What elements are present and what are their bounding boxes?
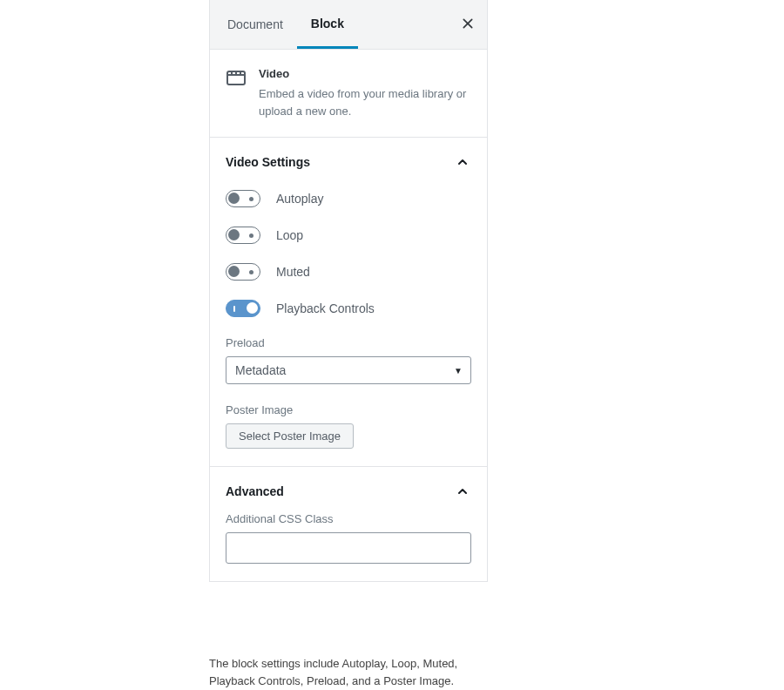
- preload-label: Preload: [226, 336, 471, 349]
- section-title-advanced: Advanced: [226, 484, 284, 498]
- toggle-label-muted: Muted: [276, 265, 310, 279]
- toggle-muted[interactable]: [226, 263, 260, 281]
- section-video-settings: Video Settings Autoplay Loop: [210, 138, 487, 467]
- additional-css-class-label: Additional CSS Class: [226, 512, 471, 525]
- chevron-up-icon: [454, 483, 471, 500]
- toggle-row-muted: Muted: [226, 263, 471, 281]
- video-icon: [226, 67, 247, 88]
- toggle-row-loop: Loop: [226, 227, 471, 244]
- section-advanced: Advanced Additional CSS Class: [210, 467, 487, 581]
- section-header-video[interactable]: Video Settings: [210, 138, 487, 183]
- close-icon: [461, 17, 475, 33]
- caption-text: The block settings include Autoplay, Loo…: [209, 655, 505, 689]
- select-poster-image-button[interactable]: Select Poster Image: [226, 423, 354, 449]
- block-description: Embed a video from your media library or…: [259, 85, 471, 119]
- toggle-label-playback: Playback Controls: [276, 301, 375, 315]
- preload-select-wrap: Metadata ▼: [226, 356, 471, 384]
- toggle-label-autoplay: Autoplay: [276, 192, 323, 206]
- section-title-video: Video Settings: [226, 155, 310, 169]
- block-card: Video Embed a video from your media libr…: [210, 50, 487, 138]
- poster-image-label: Poster Image: [226, 403, 471, 416]
- close-button[interactable]: [457, 14, 478, 35]
- toggle-playback-controls[interactable]: [226, 300, 260, 317]
- block-title: Video: [259, 67, 471, 80]
- toggle-loop[interactable]: [226, 227, 260, 244]
- section-header-advanced[interactable]: Advanced: [210, 467, 487, 512]
- block-settings-panel: Document Block Video Embed a video from …: [209, 0, 488, 582]
- tab-document[interactable]: Document: [210, 2, 297, 47]
- toggle-row-playback: Playback Controls: [226, 300, 471, 317]
- tabs-header: Document Block: [210, 0, 487, 50]
- preload-select[interactable]: Metadata: [226, 356, 471, 384]
- toggle-row-autoplay: Autoplay: [226, 190, 471, 207]
- toggle-label-loop: Loop: [276, 228, 303, 242]
- tab-block[interactable]: Block: [297, 1, 358, 49]
- chevron-up-icon: [454, 153, 471, 171]
- toggle-autoplay[interactable]: [226, 190, 260, 207]
- additional-css-class-input[interactable]: [226, 532, 471, 564]
